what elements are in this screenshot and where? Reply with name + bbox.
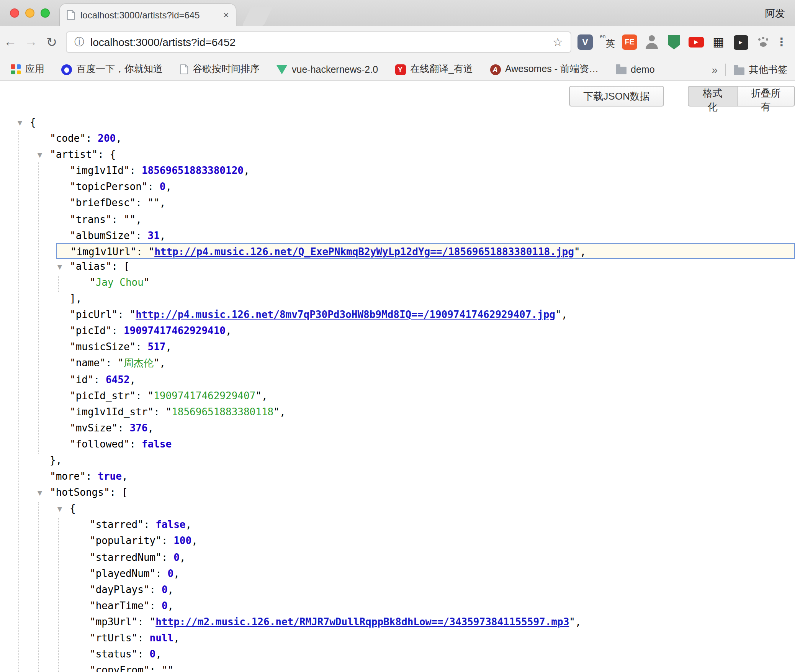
- tab-close-icon[interactable]: ×: [223, 9, 229, 21]
- page-info-icon[interactable]: ⓘ: [74, 35, 84, 49]
- json-token: "popularity": [90, 535, 162, 547]
- json-url-link[interactable]: http://m2.music.126.net/RMJR7wDullRqppBk…: [155, 616, 569, 628]
- json-token: 0: [162, 583, 168, 595]
- url-text[interactable]: localhost:3000/artists?id=6452: [90, 36, 546, 48]
- bookmark-google-sort[interactable]: 谷歌按时间排序: [180, 63, 260, 76]
- json-token: ": [118, 357, 124, 369]
- json-token: ": [555, 309, 561, 320]
- json-token: [: [124, 261, 130, 272]
- json-token: "topicPerson": [70, 181, 148, 193]
- bookmark-demo-folder[interactable]: demo: [615, 64, 655, 75]
- json-line: "albumSize": 31,: [0, 227, 795, 243]
- json-token: ,: [173, 632, 180, 644]
- json-line: "more": true,: [0, 468, 795, 484]
- json-line: "trans": "",: [0, 211, 795, 227]
- json-token: :: [150, 664, 162, 672]
- json-token: ": [569, 616, 575, 628]
- format-button[interactable]: 格式化: [688, 86, 736, 107]
- collapse-toggle-icon[interactable]: ▼: [35, 485, 44, 501]
- translate-extension-icon[interactable]: en英: [599, 34, 616, 51]
- bookmark-youdao-translate[interactable]: Y在线翻译_有道: [395, 63, 473, 76]
- fe-extension-icon[interactable]: FE: [621, 34, 638, 51]
- json-token: ,: [180, 551, 186, 563]
- json-token: ,: [160, 197, 166, 209]
- shield-extension-icon[interactable]: [666, 34, 682, 51]
- browser-tab[interactable]: localhost:3000/artists?id=645 ×: [60, 4, 236, 26]
- json-token: ,: [186, 519, 192, 531]
- v-extension-icon[interactable]: V: [577, 34, 594, 51]
- apps-grid-icon: [11, 64, 21, 74]
- address-bar[interactable]: ⓘ localhost:3000/artists?id=6452 ☆: [66, 31, 571, 53]
- minimize-window-button[interactable]: [25, 8, 34, 18]
- json-token: ": [165, 406, 172, 417]
- collapse-all-button[interactable]: 折叠所有: [736, 86, 795, 107]
- json-token: "img1v1Id": [70, 165, 130, 177]
- json-token: 周杰伦: [124, 357, 154, 369]
- back-icon[interactable]: ←: [0, 34, 21, 50]
- reload-icon[interactable]: ↻: [41, 34, 62, 50]
- json-line: "topicPerson": 0,: [0, 179, 795, 195]
- json-line: "copyFrom": "",: [0, 662, 795, 672]
- bookmark-awesomes[interactable]: AAwesomes - 前端资…: [490, 63, 599, 76]
- json-token: "id": [70, 374, 94, 385]
- json-token: null: [150, 632, 174, 644]
- json-token: 100: [173, 535, 191, 547]
- json-token: :: [112, 213, 124, 225]
- json-token: ,: [191, 535, 198, 547]
- json-token: "": [148, 197, 160, 209]
- json-token: "picUrl": [70, 309, 118, 320]
- user-extension-icon[interactable]: [643, 34, 660, 51]
- bookmark-baidu[interactable]: 百度一下，你就知道: [61, 63, 163, 76]
- forward-icon[interactable]: →: [21, 34, 41, 50]
- json-token: "dayPlays": [90, 583, 150, 595]
- json-token: ": [574, 246, 580, 257]
- json-token: :: [154, 406, 165, 417]
- json-url-link[interactable]: http://p4.music.126.net/Q_ExePNkmqB2yWyL…: [154, 246, 574, 257]
- new-tab-button[interactable]: [242, 7, 273, 26]
- bookmark-star-icon[interactable]: ☆: [553, 35, 563, 49]
- json-token: :: [118, 422, 129, 434]
- json-token: :: [136, 390, 147, 401]
- folder-icon: [734, 67, 744, 75]
- json-token: "": [124, 213, 136, 225]
- json-token: ,: [165, 341, 172, 353]
- collapse-toggle-icon[interactable]: ▼: [55, 502, 64, 518]
- json-token: :: [162, 551, 173, 563]
- json-token: "hotSongs": [50, 487, 110, 498]
- youtube-extension-icon[interactable]: ▶: [688, 34, 705, 51]
- collapse-toggle-icon[interactable]: ▼: [55, 259, 64, 275]
- json-line: "status": 0,: [0, 646, 795, 662]
- tab-strip: localhost:3000/artists?id=645 × 阿发: [0, 0, 795, 26]
- json-line: "code": 200,: [0, 130, 795, 146]
- json-line: "hearTime": 0,: [0, 598, 795, 614]
- json-token: ,: [116, 133, 122, 144]
- qrcode-extension-icon[interactable]: ▦: [710, 34, 727, 51]
- screenshot-viewport: localhost:3000/artists?id=645 × 阿发 ← → ↻…: [0, 0, 795, 672]
- fullscreen-window-button[interactable]: [41, 8, 50, 18]
- json-token: ,: [173, 664, 180, 672]
- json-line: "starred": false,: [0, 517, 795, 533]
- collapse-toggle-icon[interactable]: ▼: [15, 115, 25, 131]
- paw-extension-icon[interactable]: [754, 34, 771, 51]
- profile-name[interactable]: 阿发: [765, 7, 785, 21]
- json-token: ": [255, 390, 262, 401]
- json-token: :: [112, 261, 124, 272]
- json-token: "copyFrom": [90, 664, 150, 672]
- collapse-toggle-icon[interactable]: ▼: [35, 147, 44, 163]
- bookmark-apps[interactable]: 应用: [11, 63, 44, 76]
- json-line: "musicSize": 517,: [0, 339, 795, 355]
- browser-window: localhost:3000/artists?id=645 × 阿发 ← → ↻…: [0, 0, 795, 672]
- browser-menu-icon[interactable]: ⋮: [776, 35, 787, 49]
- bookmark-vue-hackernews[interactable]: vue-hackernews-2.0: [276, 64, 378, 75]
- json-token: :: [162, 535, 173, 547]
- json-line: "popularity": 100,: [0, 533, 795, 549]
- download-json-button[interactable]: 下载JSON数据: [569, 86, 664, 107]
- player-extension-icon[interactable]: ▸: [732, 34, 749, 51]
- json-url-link[interactable]: http://p4.music.126.net/8mv7qP30Pd3oHW8b…: [136, 309, 555, 320]
- json-token: :: [136, 229, 147, 241]
- json-token: ,: [244, 165, 250, 177]
- close-window-button[interactable]: [10, 8, 19, 18]
- bookmarks-overflow-icon[interactable]: »: [712, 64, 718, 76]
- json-line: "briefDesc": "",: [0, 195, 795, 211]
- other-bookmarks-folder[interactable]: 其他书签: [734, 63, 787, 76]
